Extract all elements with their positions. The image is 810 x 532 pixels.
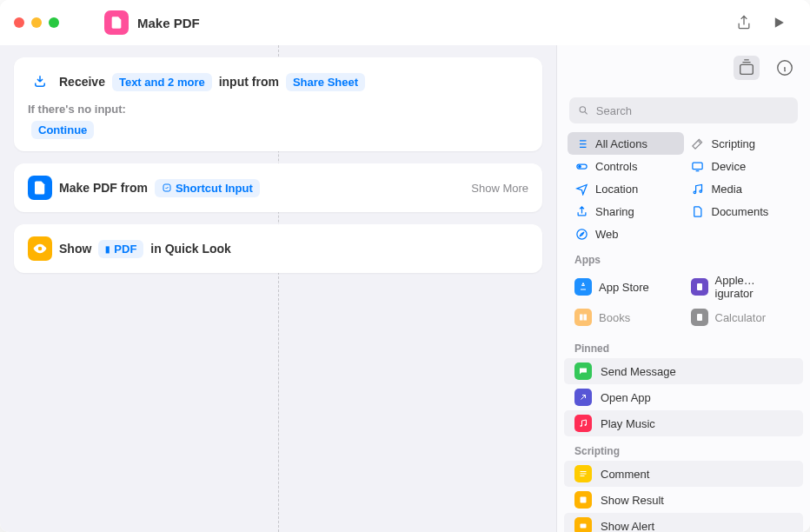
alert-icon [574, 517, 592, 532]
scripting-comment[interactable]: Comment [564, 461, 803, 487]
show-more-button[interactable]: Show More [471, 182, 528, 195]
document-icon [28, 176, 52, 200]
scripting-show-result[interactable]: Show Result [557, 487, 810, 513]
no-input-action-token[interactable]: Continue [31, 121, 94, 139]
svg-point-8 [694, 191, 696, 194]
svg-point-6 [578, 165, 581, 168]
run-button[interactable] [770, 14, 787, 31]
share-button[interactable] [735, 14, 753, 31]
svg-rect-11 [697, 283, 702, 290]
no-input-label: If there's no input: [28, 103, 528, 116]
app-store-icon [574, 278, 592, 296]
list-icon [574, 136, 588, 150]
receive-prefix: Receive [59, 75, 105, 89]
workflow-editor: Receive Text and 2 more input from Share… [0, 45, 556, 532]
message-icon [574, 362, 592, 380]
result-icon [574, 491, 592, 509]
scripting-show-alert[interactable]: Show Alert [564, 513, 803, 532]
app-label: Books [599, 311, 630, 324]
app-app-store[interactable]: App Store [568, 269, 684, 304]
category-device[interactable]: Device [684, 155, 800, 177]
category-label: Documents [712, 205, 769, 218]
show-pdf-token[interactable]: ▮ PDF [98, 240, 143, 258]
category-web[interactable]: Web [568, 223, 684, 245]
scripting-label: Show Result [601, 494, 664, 507]
info-tab-button[interactable] [775, 58, 794, 77]
safari-icon [574, 227, 588, 241]
category-location[interactable]: Location [568, 177, 684, 200]
receive-source-token[interactable]: Share Sheet [286, 73, 365, 91]
category-grid: All Actions Scripting Controls Device Lo… [557, 132, 810, 245]
svg-rect-15 [581, 497, 587, 503]
open-app-icon [574, 389, 592, 406]
category-label: All Actions [595, 137, 647, 150]
category-label: Device [712, 160, 747, 173]
calculator-icon [691, 309, 708, 326]
svg-point-4 [580, 107, 585, 112]
svg-rect-7 [693, 163, 702, 170]
comment-icon [574, 465, 592, 482]
app-label: App Store [599, 281, 649, 294]
category-label: Scripting [712, 137, 756, 150]
svg-point-9 [700, 190, 702, 192]
category-all-actions[interactable]: All Actions [568, 132, 684, 155]
category-controls[interactable]: Controls [568, 155, 684, 177]
note-icon [691, 182, 705, 196]
svg-point-14 [585, 424, 587, 426]
category-label: Media [712, 183, 742, 196]
make-pdf-action-card[interactable]: Make PDF from Shortcut Input Show More [14, 163, 542, 212]
category-sharing[interactable]: Sharing [568, 200, 684, 223]
fullscreen-window-button[interactable] [49, 17, 59, 28]
receive-action-card[interactable]: Receive Text and 2 more input from Share… [14, 57, 542, 151]
doc-mini-icon: ▮ [105, 244, 110, 254]
scripting-label: Comment [601, 468, 649, 481]
minimize-window-button[interactable] [31, 17, 42, 28]
close-window-button[interactable] [14, 17, 24, 28]
receive-types-token[interactable]: Text and 2 more [112, 73, 212, 91]
eye-icon [28, 236, 52, 261]
app-label: Apple…igurator [715, 274, 793, 300]
category-label: Sharing [595, 205, 634, 218]
receive-icon [28, 70, 52, 94]
library-tab-button[interactable] [734, 56, 760, 80]
search-field[interactable] [569, 97, 798, 123]
app-configurator[interactable]: Apple…igurator [684, 269, 800, 304]
pinned-label: Open App [601, 391, 651, 404]
category-scripting[interactable]: Scripting [684, 132, 800, 155]
pinned-label: Send Message [601, 365, 676, 378]
show-suffix: in Quick Look [150, 242, 231, 256]
search-icon [578, 104, 589, 116]
category-documents[interactable]: Documents [684, 200, 800, 223]
make-pdf-input-token[interactable]: Shortcut Input [155, 179, 260, 197]
search-input[interactable] [596, 104, 789, 117]
category-media[interactable]: Media [684, 177, 800, 200]
svg-point-1 [38, 247, 43, 251]
svg-rect-12 [697, 314, 702, 321]
category-label: Controls [595, 160, 637, 173]
pinned-open-app[interactable]: Open App [557, 384, 810, 410]
show-quicklook-action-card[interactable]: Show ▮ PDF in Quick Look [14, 224, 542, 273]
category-label: Web [595, 228, 619, 241]
make-pdf-input-label: Shortcut Input [176, 182, 253, 195]
pinned-label: Play Music [601, 417, 655, 430]
scripting-label: Show Alert [601, 520, 654, 533]
content-area: Receive Text and 2 more input from Share… [0, 45, 810, 532]
pinned-play-music[interactable]: Play Music [564, 410, 803, 436]
receive-mid: input from [219, 75, 279, 89]
window-title: Make PDF [137, 16, 200, 30]
shortcut-icon [104, 10, 129, 35]
display-icon [691, 159, 705, 173]
actions-sidebar: All Actions Scripting Controls Device Lo… [556, 0, 810, 532]
app-calculator[interactable]: Calculator [684, 304, 800, 330]
pinned-section-label: Pinned [557, 334, 810, 358]
make-pdf-prefix: Make PDF from [59, 181, 148, 195]
app-books[interactable]: Books [568, 304, 684, 330]
category-label: Location [595, 183, 638, 196]
wand-icon [691, 136, 705, 150]
titlebar: Make PDF [0, 0, 810, 45]
svg-rect-16 [581, 524, 587, 529]
show-prefix: Show [59, 242, 91, 256]
pinned-send-message[interactable]: Send Message [564, 358, 803, 384]
svg-point-13 [581, 425, 582, 427]
nav-icon [574, 182, 588, 196]
